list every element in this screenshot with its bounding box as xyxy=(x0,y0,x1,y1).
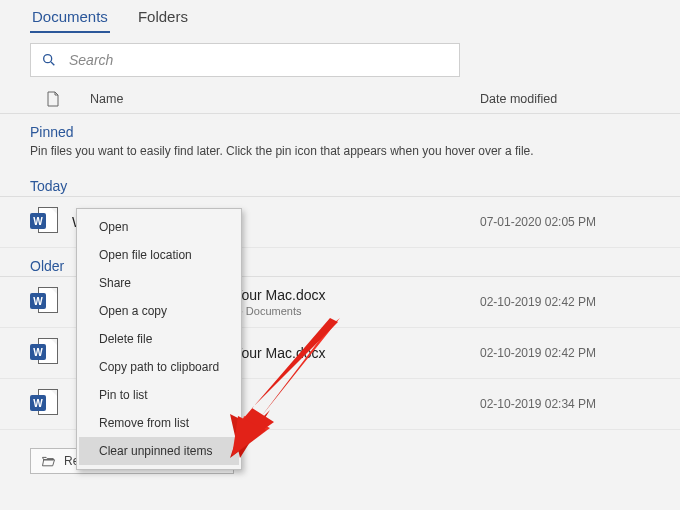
ctx-delete-file[interactable]: Delete file xyxy=(79,325,239,353)
tabs: Documents Folders xyxy=(0,0,680,33)
file-modified: 02-10-2019 02:42 PM xyxy=(480,346,650,360)
word-icon: W xyxy=(30,207,58,237)
ctx-clear-unpinned[interactable]: Clear unpinned items xyxy=(79,437,239,465)
column-modified[interactable]: Date modified xyxy=(480,92,650,106)
file-name: n Your Mac.docx xyxy=(222,287,466,303)
search-placeholder: Search xyxy=(69,52,113,68)
ctx-open-file-location[interactable]: Open file location xyxy=(79,241,239,269)
file-modified: 02-10-2019 02:42 PM xyxy=(480,295,650,309)
word-icon: W xyxy=(30,287,58,317)
file-path: ve » Documents xyxy=(222,305,466,317)
word-icon: W xyxy=(30,389,58,419)
ctx-open-a-copy[interactable]: Open a copy xyxy=(79,297,239,325)
file-modified: 07-01-2020 02:05 PM xyxy=(480,215,650,229)
file-icon xyxy=(46,91,60,107)
svg-line-1 xyxy=(51,62,54,65)
ctx-copy-path[interactable]: Copy path to clipboard xyxy=(79,353,239,381)
svg-point-0 xyxy=(44,55,52,63)
search-input[interactable]: Search xyxy=(30,43,460,77)
word-icon: W xyxy=(30,338,58,368)
tab-documents[interactable]: Documents xyxy=(30,6,110,33)
context-menu: Open Open file location Share Open a cop… xyxy=(76,208,242,470)
column-headers: Name Date modified xyxy=(0,85,680,114)
ctx-pin-to-list[interactable]: Pin to list xyxy=(79,381,239,409)
tab-folders[interactable]: Folders xyxy=(136,6,190,33)
section-today-title: Today xyxy=(0,168,680,196)
section-pinned-hint: Pin files you want to easily find later.… xyxy=(0,142,680,168)
ctx-remove-from-list[interactable]: Remove from list xyxy=(79,409,239,437)
file-modified: 02-10-2019 02:34 PM xyxy=(480,397,650,411)
search-icon xyxy=(41,52,57,68)
folder-open-icon xyxy=(41,455,56,467)
section-pinned-title: Pinned xyxy=(0,114,680,142)
ctx-open[interactable]: Open xyxy=(79,213,239,241)
file-name: n Your Mac.docx xyxy=(222,345,466,361)
column-name[interactable]: Name xyxy=(60,92,480,106)
ctx-share[interactable]: Share xyxy=(79,269,239,297)
